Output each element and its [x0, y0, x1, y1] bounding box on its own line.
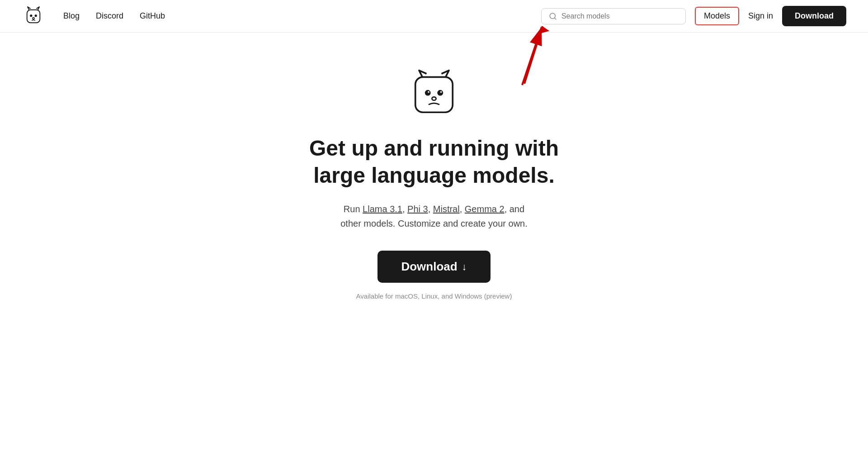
- svg-point-13: [428, 91, 429, 93]
- download-label: Download: [401, 260, 457, 274]
- main-nav: Blog Discord GitHub: [63, 11, 165, 21]
- svg-point-14: [440, 91, 442, 93]
- github-link[interactable]: GitHub: [140, 11, 165, 21]
- search-icon: [549, 12, 557, 20]
- llama-link[interactable]: Llama 3.1: [363, 204, 402, 214]
- ollama-logo-icon: [22, 5, 45, 28]
- signin-link[interactable]: Sign in: [748, 11, 773, 21]
- svg-point-12: [437, 90, 443, 96]
- hero-title: Get up and running with large language m…: [298, 135, 570, 189]
- svg-line-5: [554, 18, 556, 19]
- svg-point-2: [35, 14, 37, 17]
- svg-rect-10: [415, 77, 453, 112]
- search-input[interactable]: [561, 12, 678, 20]
- mistral-link[interactable]: Mistral: [433, 204, 460, 214]
- svg-rect-0: [27, 10, 40, 23]
- header: Blog Discord GitHub Models Sign in Downl…: [0, 0, 868, 33]
- svg-point-3: [33, 17, 34, 19]
- models-button[interactable]: Models: [695, 7, 739, 25]
- hero-logo-icon: [409, 69, 459, 119]
- download-arrow-icon: ↓: [462, 261, 467, 273]
- svg-point-11: [425, 90, 431, 96]
- phi-link[interactable]: Phi 3: [407, 204, 428, 214]
- discord-link[interactable]: Discord: [96, 11, 123, 21]
- header-right: Models Sign in Download: [541, 6, 846, 26]
- search-container[interactable]: [541, 8, 686, 24]
- main-download-button[interactable]: Download ↓: [377, 251, 490, 283]
- header-download-button[interactable]: Download: [782, 6, 846, 26]
- main-content: Get up and running with large language m…: [0, 33, 868, 329]
- hero-subtitle: Run Llama 3.1, Phi 3, Mistral, Gemma 2, …: [340, 202, 528, 231]
- blog-link[interactable]: Blog: [63, 11, 80, 21]
- availability-text: Available for macOS, Linux, and Windows …: [356, 291, 512, 302]
- svg-point-1: [30, 14, 32, 17]
- gemma-link[interactable]: Gemma 2: [465, 204, 505, 214]
- svg-point-15: [432, 97, 436, 100]
- logo[interactable]: [22, 5, 45, 28]
